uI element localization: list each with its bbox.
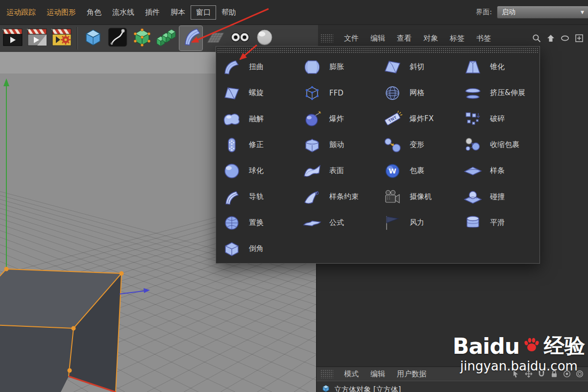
clapper-gray-icon bbox=[26, 26, 48, 50]
deformer-item-label: 球化 bbox=[249, 166, 264, 175]
deformer-item-label: 包裹 bbox=[410, 166, 424, 175]
deformer-item-bulge[interactable]: 膨胀 bbox=[297, 54, 378, 80]
deformer-item-smoothing[interactable]: 平滑 bbox=[458, 210, 539, 236]
surface-icon bbox=[301, 163, 323, 179]
deformer-item-bend[interactable]: 扭曲 bbox=[217, 54, 297, 80]
addbox-icon[interactable] bbox=[574, 33, 585, 44]
deformer-item-spline-constraint[interactable]: 样条约束 bbox=[297, 184, 378, 210]
explosion-icon bbox=[301, 111, 323, 127]
object-manager-menubar: 文件编辑查看对象标签书签 bbox=[317, 30, 588, 46]
twist-icon bbox=[221, 85, 243, 101]
deformer-item-jiggle[interactable]: 颤动 bbox=[297, 132, 378, 158]
deformer-item-mesh[interactable]: 网格 bbox=[378, 80, 458, 106]
spline-constraint-icon bbox=[301, 189, 323, 205]
deformer-item-explosion[interactable]: 爆炸 bbox=[297, 106, 378, 132]
menubar-item-pipeline[interactable]: 流水线 bbox=[107, 5, 140, 20]
object-menu-tags[interactable]: 标签 bbox=[444, 32, 470, 45]
baidu-watermark: Baidu 经验 jingyan.baidu.com bbox=[453, 332, 585, 373]
menubar-item-character[interactable]: 角色 bbox=[81, 5, 107, 20]
deformer-palette-button[interactable] bbox=[179, 26, 202, 50]
attribute-manager-menu: 模式编辑用户数据 bbox=[338, 368, 432, 381]
object-menu-file[interactable]: 文件 bbox=[338, 32, 365, 45]
bevel-icon bbox=[221, 241, 243, 257]
interface-value: 启动 bbox=[502, 8, 515, 17]
deformer-item-squash-stretch[interactable]: 挤压&伸展 bbox=[458, 80, 539, 106]
deformer-item-ffd[interactable]: FFD bbox=[297, 80, 378, 106]
main-menubar: 运动跟踪运动图形角色流水线插件脚本窗口帮助 界面: 启动 ▼ bbox=[0, 0, 588, 25]
menubar-item-motion-tracker[interactable]: 运动跟踪 bbox=[1, 5, 41, 20]
menubar-item-script[interactable]: 脚本 bbox=[165, 5, 191, 20]
deformer-item-taper[interactable]: 锥化 bbox=[458, 54, 539, 80]
attr-menu-user-data[interactable]: 用户数据 bbox=[391, 368, 432, 381]
menubar-item-plugins[interactable]: 插件 bbox=[140, 5, 165, 20]
array-tool-button[interactable] bbox=[155, 26, 178, 50]
deformer-item-label: FFD bbox=[329, 89, 343, 98]
deformer-item-spline[interactable]: 样条 bbox=[458, 158, 539, 184]
deformer-item-label: 颤动 bbox=[329, 140, 344, 149]
deformer-item-label: 锥化 bbox=[490, 62, 505, 72]
deformer-item-label: 置换 bbox=[249, 218, 264, 227]
deformer-item-spherify[interactable]: 球化 bbox=[217, 158, 297, 184]
deformer-item-shatter[interactable]: 破碎 bbox=[458, 106, 539, 132]
make-editable-button[interactable] bbox=[81, 26, 104, 50]
home-icon[interactable] bbox=[545, 33, 556, 44]
deformer-item-surface[interactable]: 表面 bbox=[297, 158, 378, 184]
explosion-fx-icon: TNT bbox=[382, 111, 403, 127]
deformer-item-label: 风力 bbox=[410, 218, 424, 227]
formula-icon bbox=[301, 215, 323, 231]
menu-drag-strip[interactable] bbox=[217, 48, 539, 53]
panel-drag-handle[interactable] bbox=[320, 34, 333, 43]
deformer-item-morph[interactable]: 变形 bbox=[378, 132, 458, 158]
oval-icon[interactable] bbox=[560, 33, 570, 44]
bend-icon bbox=[221, 59, 243, 75]
shear-icon bbox=[382, 59, 403, 75]
motion-solver-button[interactable] bbox=[50, 26, 73, 50]
object-menu-view[interactable]: 查看 bbox=[391, 32, 417, 45]
deformer-item-shear[interactable]: 斜切 bbox=[378, 54, 458, 80]
deformer-item-correction[interactable]: 修正 bbox=[217, 132, 297, 158]
deformer-item-label: 摄像机 bbox=[410, 192, 432, 201]
menubar-item-window[interactable]: 窗口 bbox=[191, 5, 216, 20]
object-menu-objects[interactable]: 对象 bbox=[417, 32, 444, 45]
spherify-icon bbox=[221, 163, 243, 179]
deformer-item-camera[interactable]: 摄像机 bbox=[378, 184, 458, 210]
deformer-item-wind[interactable]: 风力 bbox=[378, 210, 458, 236]
motion-take-button[interactable] bbox=[25, 26, 49, 50]
deformer-item-melt[interactable]: 融解 bbox=[217, 106, 297, 132]
points-mode-button[interactable] bbox=[130, 26, 153, 50]
clapper-dark-icon bbox=[2, 26, 24, 50]
motion-clip-button[interactable] bbox=[1, 26, 24, 50]
shatter-icon bbox=[462, 111, 484, 127]
search-icon[interactable] bbox=[531, 33, 542, 44]
deformer-item-spline-rail[interactable]: 导轨 bbox=[217, 184, 297, 210]
deformer-item-collision[interactable]: 碰撞 bbox=[458, 184, 539, 210]
attr-menu-edit[interactable]: 编辑 bbox=[365, 368, 391, 381]
deformer-item-bevel[interactable]: 倒角 bbox=[217, 236, 297, 262]
deformer-item-label: 样条约束 bbox=[329, 192, 359, 201]
deformer-item-explosion-fx[interactable]: TNT爆炸FX bbox=[378, 106, 458, 132]
deformer-item-label: 破碎 bbox=[490, 114, 505, 123]
attribute-object-row[interactable]: 立方体对象 [立方体] bbox=[317, 381, 588, 392]
deformer-dropdown-menu: 扭曲螺旋融解修正球化导轨置换倒角膨胀FFD爆炸颤动表面样条约束公式斜切网格TNT… bbox=[216, 46, 540, 264]
object-menu-bookmarks[interactable]: 书签 bbox=[470, 32, 497, 45]
bend-icon bbox=[180, 26, 202, 50]
mesh-icon bbox=[382, 85, 403, 101]
deformer-item-twist[interactable]: 螺旋 bbox=[217, 80, 297, 106]
menubar-item-help[interactable]: 帮助 bbox=[216, 5, 242, 20]
object-manager-header-icons bbox=[531, 33, 585, 44]
clapper-gear-icon bbox=[51, 26, 73, 50]
pen-tool-button[interactable] bbox=[106, 26, 129, 50]
deformer-item-formula[interactable]: 公式 bbox=[297, 210, 378, 236]
wrap-icon: W bbox=[382, 163, 403, 179]
deformer-item-label: 修正 bbox=[249, 140, 264, 149]
menubar-item-mograph[interactable]: 运动图形 bbox=[41, 5, 81, 20]
attr-panel-drag-handle[interactable] bbox=[320, 369, 333, 378]
toolbar-divider bbox=[76, 27, 78, 49]
green-stack-icon bbox=[156, 26, 177, 50]
deformer-item-shrink-wrap[interactable]: 收缩包裹 bbox=[458, 132, 539, 158]
deformer-item-wrap[interactable]: W包裹 bbox=[378, 158, 458, 184]
attr-menu-mode[interactable]: 模式 bbox=[338, 368, 365, 381]
object-menu-edit[interactable]: 编辑 bbox=[365, 32, 391, 45]
deformer-item-displacer[interactable]: 置换 bbox=[217, 210, 297, 236]
interface-dropdown[interactable]: 启动 ▼ bbox=[497, 6, 588, 19]
